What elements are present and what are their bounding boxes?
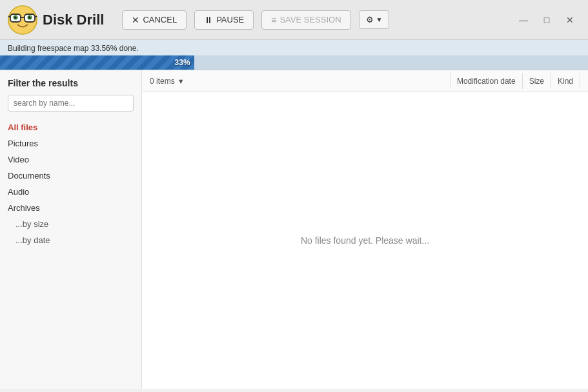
content-header: 0 items ▼ Modification date Size Kind [142, 70, 588, 92]
progress-bar-fill: 33% [0, 55, 194, 70]
app-logo-icon [8, 5, 37, 35]
pause-label: PAUSE [216, 15, 244, 24]
sidebar-item-by-size[interactable]: ...by size [0, 216, 141, 232]
window-controls: — □ ✕ [513, 10, 580, 30]
save-session-button[interactable]: ≡ SAVE SESSION [261, 10, 350, 30]
items-count: 0 items [150, 77, 175, 86]
sidebar-item-all-files[interactable]: All files [0, 119, 141, 135]
progress-bar-track: 33% [0, 55, 588, 70]
filter-title: Filter the results [0, 78, 141, 95]
maximize-button[interactable]: □ [536, 10, 557, 30]
logo-area: Disk Drill [8, 5, 104, 35]
save-session-icon: ≡ [271, 15, 276, 25]
app-title: Disk Drill [43, 12, 104, 28]
settings-icon: ⚙ [366, 15, 374, 24]
content-area: 0 items ▼ Modification date Size Kind No… [142, 70, 588, 389]
empty-state-message: No files found yet. Please wait... [142, 92, 588, 389]
settings-button[interactable]: ⚙ ▼ [359, 10, 390, 29]
sidebar-item-pictures[interactable]: Pictures [0, 135, 141, 152]
cancel-button[interactable]: ✕ CANCEL [122, 10, 187, 30]
settings-dropdown-arrow: ▼ [376, 16, 383, 23]
sidebar-item-by-date[interactable]: ...by date [0, 232, 141, 248]
cancel-icon: ✕ [132, 15, 139, 25]
progress-status: Building freespace map 33.56% done. [0, 43, 588, 55]
sidebar-item-documents[interactable]: Documents [0, 168, 141, 184]
sidebar-item-archives[interactable]: Archives [0, 200, 141, 216]
titlebar: Disk Drill ✕ CANCEL ⏸ PAUSE ≡ SAVE SESSI… [0, 0, 588, 40]
search-input[interactable] [8, 95, 134, 112]
main-layout: Filter the results All files Pictures Vi… [0, 70, 588, 389]
sidebar: Filter the results All files Pictures Vi… [0, 70, 142, 389]
pause-button[interactable]: ⏸ PAUSE [194, 10, 254, 30]
pause-icon: ⏸ [204, 15, 213, 25]
column-header-mod-date[interactable]: Modification date [450, 73, 522, 89]
close-button[interactable]: ✕ [560, 10, 580, 30]
items-dropdown-arrow[interactable]: ▼ [177, 77, 185, 85]
minimize-button[interactable]: — [513, 10, 534, 30]
progress-area: Building freespace map 33.56% done. 33% [0, 40, 588, 70]
cancel-label: CANCEL [143, 15, 177, 24]
column-header-kind[interactable]: Kind [551, 73, 580, 89]
save-session-label: SAVE SESSION [279, 15, 341, 24]
progress-percent: 33% [175, 58, 190, 67]
svg-point-11 [30, 16, 30, 17]
svg-point-10 [15, 16, 16, 17]
column-header-size[interactable]: Size [522, 73, 551, 89]
sidebar-item-audio[interactable]: Audio [0, 184, 141, 200]
sidebar-item-video[interactable]: Video [0, 152, 141, 168]
